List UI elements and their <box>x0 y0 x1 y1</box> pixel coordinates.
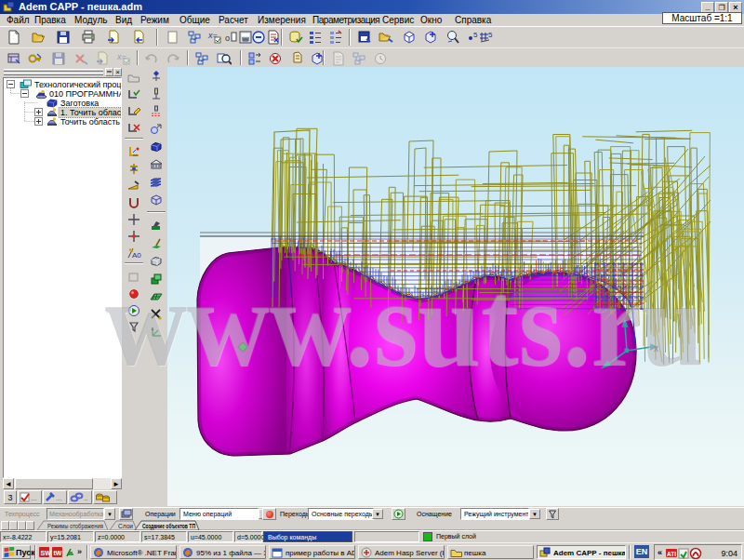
svg-text:Заготовка: Заготовка <box>60 99 99 108</box>
svg-text:..: .. <box>84 494 87 502</box>
svg-text:5: 5 <box>488 31 493 39</box>
svg-text:x: x <box>654 343 658 353</box>
svg-text:1. Точить облас: 1. Точить облас <box>60 108 121 117</box>
svg-text:tW: tW <box>54 550 62 556</box>
svg-text:Слои: Слои <box>118 523 133 529</box>
svg-text:...: ... <box>56 494 62 502</box>
svg-text:SW: SW <box>41 550 52 556</box>
svg-text:Создание объектов ТП: Создание объектов ТП <box>142 523 195 530</box>
svg-text:A0: A0 <box>132 251 141 260</box>
svg-text:Технологический процесс і: Технологический процесс і <box>34 80 121 89</box>
svg-text:...: ... <box>31 494 37 502</box>
svg-text:010 ПРОГРАММНАЯ: 010 ПРОГРАММНАЯ <box>49 89 121 99</box>
svg-text:Точить область: Точить область <box>60 117 120 127</box>
svg-text:Режимы отображения: Режимы отображения <box>47 523 103 530</box>
svg-text:ATI: ATI <box>667 551 676 557</box>
svg-text:»: » <box>77 547 82 556</box>
svg-text:o: o <box>225 33 230 43</box>
